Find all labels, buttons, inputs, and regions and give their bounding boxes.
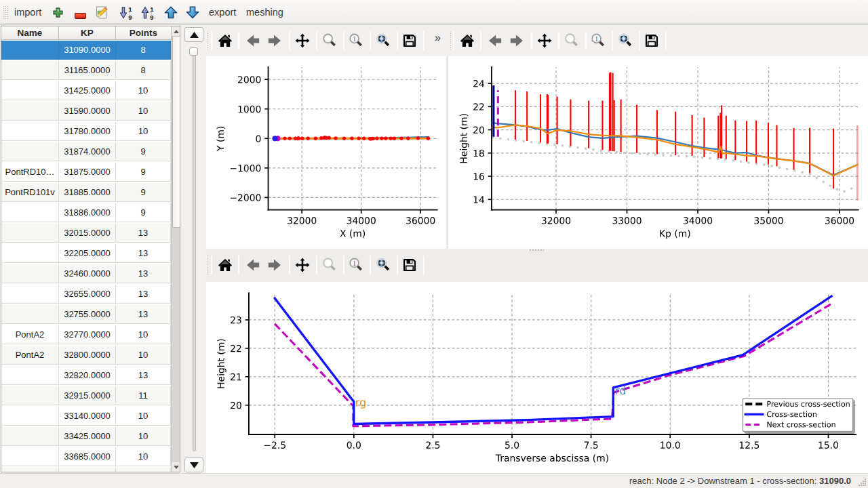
svg-text:1: 1 [128, 6, 132, 13]
svg-text:9: 9 [150, 14, 153, 20]
svg-text:1: 1 [150, 6, 154, 13]
svg-text:1: 1 [353, 260, 356, 267]
svg-text:1: 1 [595, 35, 598, 43]
svg-text:1: 1 [353, 35, 356, 43]
svg-text:9: 9 [128, 14, 132, 20]
